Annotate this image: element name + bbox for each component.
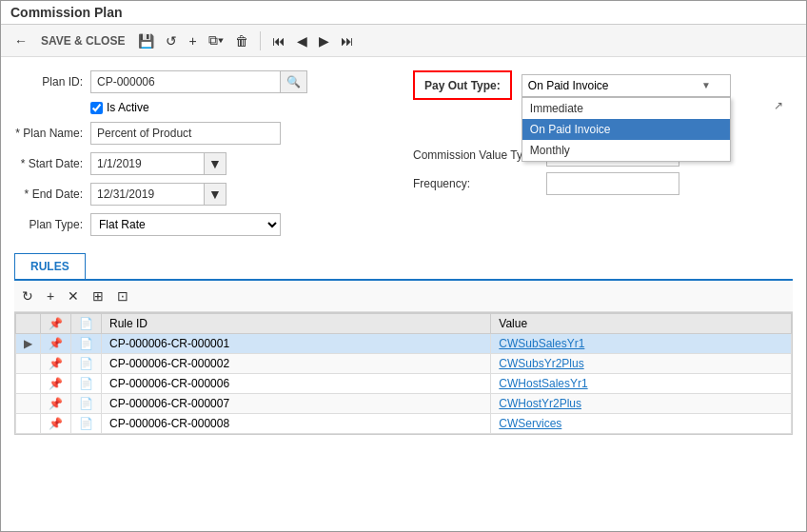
main-content: Plan ID: 🔍 Is Active Plan Name: <box>1 57 806 531</box>
toolbar-separator <box>260 31 261 50</box>
value-link[interactable]: CWSubsYr2Plus <box>499 357 583 370</box>
is-active-checkbox[interactable] <box>90 102 103 114</box>
rule-id-cell: CP-000006-CR-000002 <box>102 354 491 374</box>
payout-option-monthly[interactable]: Monthly <box>522 140 730 161</box>
commission-plan-window: Commission Plan ← SAVE & CLOSE 💾 ↺ + ⧉▾ … <box>0 0 807 532</box>
end-date-picker-button[interactable]: ▼ <box>205 183 226 206</box>
form-right: Pay Out Type: On Paid Invoice ▼ Immediat… <box>413 70 793 244</box>
next-page-button[interactable]: ▶ <box>315 31 333 50</box>
rule-id-cell: CP-000006-CR-000006 <box>102 374 491 394</box>
plan-name-label: Plan Name: <box>14 127 90 140</box>
last-page-button[interactable]: ⏭ <box>337 31 358 50</box>
value-cell[interactable]: CWHostSalesYr1 <box>491 374 792 394</box>
rule-id-cell: CP-000006-CR-000008 <box>102 414 491 434</box>
rules-table-wrap: 📌 📄 Rule ID Value ▶ 📌 <box>14 312 793 435</box>
frequency-input[interactable] <box>546 172 679 195</box>
expand-cell <box>16 394 41 414</box>
expand-cell <box>16 354 41 374</box>
expand-cell <box>16 414 41 434</box>
table-row[interactable]: 📌 📄 CP-000006-CR-000002 CWSubsYr2Plus <box>16 354 792 374</box>
rules-table-body: ▶ 📌 📄 CP-000006-CR-000001 CWSubSalesYr1 … <box>16 334 792 434</box>
back-button[interactable]: ← <box>10 31 31 50</box>
value-link[interactable]: CWHostYr2Plus <box>499 397 581 410</box>
payout-option-on-paid-invoice[interactable]: On Paid Invoice <box>522 119 730 140</box>
pin-cell: 📌 <box>41 354 71 374</box>
delete-icon: 🗑 <box>235 33 248 49</box>
copy-button[interactable]: ⧉▾ <box>205 30 227 50</box>
value-link[interactable]: CWHostSalesYr1 <box>499 377 587 390</box>
cursor-indicator: ↗ <box>774 99 783 112</box>
doc-cell: 📄 <box>71 394 102 414</box>
is-active-row: Is Active <box>90 101 394 114</box>
payout-type-labeled-box: Pay Out Type: <box>413 70 512 100</box>
end-date-input[interactable] <box>90 183 205 206</box>
grid-add-icon: + <box>47 288 54 304</box>
grid-columns-icon: ⊞ <box>92 288 104 304</box>
first-page-button[interactable]: ⏮ <box>268 31 289 50</box>
rules-table: 📌 📄 Rule ID Value ▶ 📌 <box>15 313 792 434</box>
add-icon: + <box>188 33 196 49</box>
payout-type-dropdown[interactable]: On Paid Invoice ▼ <box>522 74 731 97</box>
value-cell[interactable]: CWHostYr2Plus <box>491 394 792 414</box>
undo-icon: ↺ <box>166 33 177 49</box>
search-icon: 🔍 <box>286 75 301 89</box>
save-close-button[interactable]: SAVE & CLOSE <box>35 32 130 49</box>
value-cell[interactable]: CWSubsYr2Plus <box>491 354 792 374</box>
col-value[interactable]: Value <box>491 314 792 334</box>
payout-section: Pay Out Type: On Paid Invoice ▼ Immediat… <box>413 70 793 195</box>
plan-type-row: Plan Type: Flat Rate Tiered <box>14 213 394 236</box>
plan-id-input[interactable] <box>90 70 281 93</box>
pin-cell: 📌 <box>41 374 71 394</box>
plan-id-field-group: 🔍 <box>90 70 307 93</box>
pin-cell: 📌 <box>41 334 71 354</box>
rules-delete-button[interactable]: ✕ <box>64 286 83 305</box>
col-rule-id[interactable]: Rule ID <box>102 314 491 334</box>
prev-page-button[interactable]: ◀ <box>293 31 311 50</box>
pin-cell: 📌 <box>41 414 71 434</box>
expand-cell: ▶ <box>16 334 41 354</box>
start-date-picker-button[interactable]: ▼ <box>205 152 226 175</box>
payout-dropdown-arrow-icon: ▼ <box>701 80 711 90</box>
payout-dropdown-wrap: On Paid Invoice ▼ Immediate On Paid Invo… <box>522 74 731 97</box>
first-page-icon: ⏮ <box>272 33 285 49</box>
add-button[interactable]: + <box>185 31 200 50</box>
plan-id-label: Plan ID: <box>14 75 90 89</box>
rule-id-cell: CP-000006-CR-000001 <box>102 334 491 354</box>
payout-type-value: On Paid Invoice <box>528 79 609 92</box>
rules-table-header: 📌 📄 Rule ID Value <box>16 314 792 334</box>
calendar-icon: ▼ <box>208 156 222 171</box>
value-link[interactable]: CWSubSalesYr1 <box>499 337 584 350</box>
save-disk-button[interactable]: 💾 <box>134 31 158 50</box>
start-date-row: Start Date: ▼ <box>14 152 394 175</box>
start-date-input[interactable] <box>90 152 205 175</box>
rules-refresh-button[interactable]: ↻ <box>18 286 37 305</box>
rules-export-button[interactable]: ⊡ <box>113 286 132 305</box>
grid-export-icon: ⊡ <box>117 288 128 304</box>
table-row[interactable]: ▶ 📌 📄 CP-000006-CR-000001 CWSubSalesYr1 <box>16 334 792 354</box>
form-section: Plan ID: 🔍 Is Active Plan Name: <box>14 70 793 244</box>
frequency-row: Frequency: <box>413 172 793 195</box>
delete-button[interactable]: 🗑 <box>231 31 252 50</box>
undo-button[interactable]: ↺ <box>162 31 181 50</box>
rules-toolbar: ↻ + ✕ ⊞ ⊡ <box>14 281 793 312</box>
rules-columns-button[interactable]: ⊞ <box>89 286 108 305</box>
col-pin: 📌 <box>41 314 71 334</box>
table-row[interactable]: 📌 📄 CP-000006-CR-000007 CWHostYr2Plus <box>16 394 792 414</box>
value-link[interactable]: CWServices <box>499 417 561 430</box>
plan-id-row: Plan ID: 🔍 <box>14 70 394 93</box>
value-cell[interactable]: CWServices <box>491 414 792 434</box>
main-toolbar: ← SAVE & CLOSE 💾 ↺ + ⧉▾ 🗑 ⏮ ◀ ▶ ⏭ <box>1 25 806 57</box>
plan-id-search-button[interactable]: 🔍 <box>281 70 307 93</box>
doc-cell: 📄 <box>71 334 102 354</box>
plan-type-select[interactable]: Flat Rate Tiered <box>90 213 281 236</box>
table-row[interactable]: 📌 📄 CP-000006-CR-000008 CWServices <box>16 414 792 434</box>
value-cell[interactable]: CWSubSalesYr1 <box>491 334 792 354</box>
payout-row: Pay Out Type: On Paid Invoice ▼ Immediat… <box>413 70 793 100</box>
payout-option-immediate[interactable]: Immediate <box>522 98 730 119</box>
rules-add-button[interactable]: + <box>43 286 58 305</box>
rules-tab[interactable]: RULES <box>14 253 86 279</box>
expand-cell <box>16 374 41 394</box>
table-row[interactable]: 📌 📄 CP-000006-CR-000006 CWHostSalesYr1 <box>16 374 792 394</box>
plan-name-input[interactable] <box>90 122 281 145</box>
doc-cell: 📄 <box>71 414 102 434</box>
